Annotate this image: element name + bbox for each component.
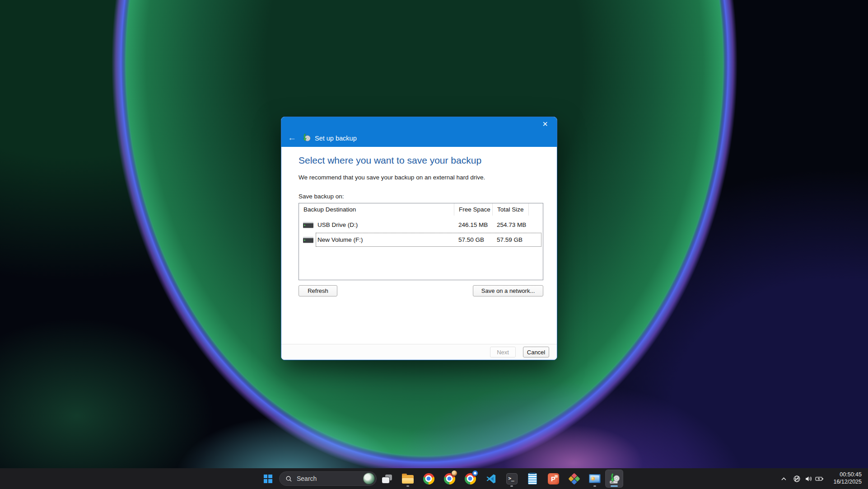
- column-backup-destination[interactable]: Backup Destination: [299, 203, 454, 216]
- notepad-button[interactable]: [523, 470, 541, 488]
- dialog-title: Set up backup: [315, 135, 357, 142]
- search-icon: [285, 475, 292, 482]
- backup-settings-button[interactable]: [586, 470, 604, 488]
- hard-drive-icon: [303, 237, 313, 243]
- back-icon[interactable]: ←: [288, 134, 296, 142]
- backup-wizard-button[interactable]: [605, 470, 623, 488]
- tray-time: 00:50:45: [833, 471, 862, 478]
- save-backup-on-label: Save backup on:: [299, 193, 344, 200]
- chrome-profile-3-button[interactable]: [461, 470, 479, 488]
- tray-chevron-up-icon[interactable]: [778, 473, 789, 484]
- start-button[interactable]: [259, 470, 277, 488]
- running-indicator: [593, 485, 596, 487]
- terminal-button[interactable]: [503, 470, 521, 488]
- column-total-size[interactable]: Total Size: [492, 203, 528, 216]
- column-free-space[interactable]: Free Space: [454, 203, 492, 216]
- vscode-button[interactable]: [482, 470, 500, 488]
- profile-badge-icon: [472, 470, 478, 476]
- total-size-value: 254.73 MB: [492, 221, 528, 228]
- page-title: Select where you want to save your backu…: [299, 155, 481, 166]
- vscode-icon: [485, 473, 497, 484]
- table-row-usb-drive[interactable]: USB Drive (D:) 246.15 MB 254.73 MB: [299, 217, 543, 232]
- cancel-button[interactable]: Cancel: [523, 347, 549, 357]
- file-explorer-button[interactable]: [399, 470, 417, 488]
- color-diamond-icon: [568, 473, 580, 485]
- bing-daily-image-icon[interactable]: [363, 473, 375, 484]
- running-indicator: [406, 485, 409, 487]
- next-button[interactable]: Next: [490, 347, 516, 357]
- total-size-value: 57.59 GB: [492, 236, 528, 243]
- recommendation-text: We recommend that you save your backup o…: [299, 174, 485, 181]
- column-spacer: [528, 203, 543, 216]
- diamond-app-button[interactable]: [565, 470, 583, 488]
- globe-no-internet-icon[interactable]: [791, 473, 803, 484]
- active-window-indicator: [611, 485, 618, 487]
- tray-clock[interactable]: 00:50:45 16/12/2025: [833, 471, 862, 485]
- volume-icon[interactable]: [803, 473, 814, 484]
- profile-badge-icon: [452, 470, 457, 476]
- powerpoint-button[interactable]: [544, 470, 562, 488]
- backup-destination-list[interactable]: Backup Destination Free Space Total Size…: [299, 203, 543, 280]
- refresh-button[interactable]: Refresh: [299, 285, 337, 296]
- notepad-icon: [528, 473, 537, 484]
- list-header: Backup Destination Free Space Total Size: [299, 203, 543, 216]
- backup-disc-icon: [302, 133, 311, 142]
- windows-logo-icon: [264, 475, 272, 483]
- hard-drive-icon: [303, 222, 313, 228]
- running-indicator: [510, 485, 513, 487]
- free-space-value: 246.15 MB: [454, 221, 492, 228]
- save-on-network-button[interactable]: Save on a network...: [473, 285, 543, 296]
- powerpoint-icon: [548, 473, 559, 484]
- backup-settings-icon: [589, 474, 601, 483]
- backup-wizard-icon: [608, 473, 621, 485]
- task-view-button[interactable]: [378, 470, 396, 488]
- table-row-new-volume[interactable]: New Volume (F:) 57.50 GB 57.59 GB: [299, 232, 543, 247]
- dialog-footer: Next Cancel: [281, 344, 557, 360]
- chrome-icon: [423, 473, 434, 484]
- search-placeholder: Search: [297, 475, 317, 482]
- close-icon[interactable]: ×: [539, 119, 551, 128]
- drive-name: USB Drive (D:): [317, 221, 358, 228]
- task-view-icon: [382, 475, 392, 483]
- battery-charging-icon[interactable]: [813, 473, 825, 484]
- taskbar: Search: [0, 468, 868, 489]
- search-input[interactable]: Search: [279, 471, 377, 486]
- chrome-button[interactable]: [420, 470, 438, 488]
- setup-backup-dialog: ← Set up backup × Select where you want …: [281, 117, 557, 360]
- desktop-wallpaper: ← Set up backup × Select where you want …: [0, 0, 868, 489]
- tray-date: 16/12/2025: [833, 478, 862, 485]
- drive-name: New Volume (F:): [317, 236, 363, 243]
- folder-icon: [402, 475, 414, 484]
- free-space-value: 57.50 GB: [454, 236, 492, 243]
- dialog-titlebar: ← Set up backup ×: [281, 117, 557, 147]
- chrome-profile-2-button[interactable]: [440, 470, 458, 488]
- terminal-icon: [506, 473, 518, 484]
